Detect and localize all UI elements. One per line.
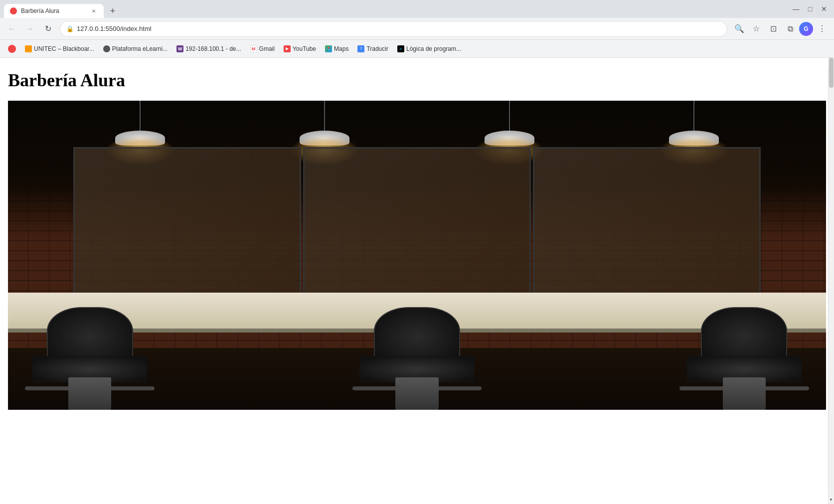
light-shade-1 (115, 131, 165, 146)
bookmark-item-maps[interactable]: 📍 Maps (321, 43, 352, 54)
forward-button[interactable]: → (22, 21, 38, 37)
maps-favicon: 📍 (325, 45, 332, 52)
bookmark-label-unitec: UNITEC – Blackboar... (34, 45, 94, 52)
barber-shop-image (8, 101, 826, 410)
pendant-light-4 (669, 101, 719, 146)
light-shade-3 (485, 131, 534, 146)
tab-close-button[interactable]: ✕ (90, 7, 98, 15)
192-favicon: W (176, 45, 183, 52)
scrollbar[interactable]: ▲ ▼ (828, 58, 834, 504)
youtube-bm-favicon: ▶ (284, 45, 291, 52)
close-button[interactable]: ✕ (818, 3, 830, 15)
gmail-favicon: M (250, 45, 257, 52)
alura-favicon: a (397, 45, 404, 52)
bookmark-item-192[interactable]: W 192-168.100.1 - de... (172, 43, 245, 54)
mirror-2 (303, 147, 531, 302)
light-cord-1 (140, 101, 141, 131)
address-bar[interactable]: 🔒 127.0.0.1:5500/index.html (60, 21, 727, 37)
bookmark-label-maps: Maps (334, 45, 348, 52)
bookmarks-bar: UNITEC – Blackboar... Plataforma eLearni… (0, 40, 834, 58)
navigation-bar: ← → ↻ 🔒 127.0.0.1:5500/index.html 🔍 ☆ ⊡ … (0, 18, 834, 40)
bookmark-item-youtube-icon[interactable] (4, 43, 20, 55)
scroll-down-button[interactable]: ▼ (828, 496, 834, 504)
light-shade-4 (669, 131, 719, 146)
search-icon-button[interactable]: 🔍 (731, 21, 747, 37)
back-button[interactable]: ← (4, 21, 20, 37)
chair-base-right (723, 377, 766, 410)
pendant-light-3 (485, 101, 534, 146)
window-controls: — □ ✕ (790, 3, 830, 15)
unitec-favicon (25, 45, 32, 52)
bookmark-item-translate[interactable]: T Traducir (353, 43, 392, 54)
bookmark-label-gmail: Gmail (259, 45, 275, 52)
bookmark-label-192: 192-168.100.1 - de... (185, 45, 241, 52)
page-content: Barbería Alura (0, 58, 834, 504)
mirror-3 (533, 147, 761, 302)
barber-chair-center (345, 302, 489, 410)
browser-window: Barbería Alura ✕ + — □ ✕ ← → ↻ 🔒 127.0.0… (0, 0, 834, 504)
page-inner: Barbería Alura (0, 58, 834, 504)
bookmark-label-elearning: Plataforma eLearni... (112, 45, 167, 52)
bookmark-star-button[interactable]: ☆ (748, 21, 764, 37)
page-title: Barbería Alura (8, 70, 826, 91)
title-bar: Barbería Alura ✕ + — □ ✕ (0, 0, 834, 18)
lock-icon: 🔒 (66, 25, 74, 32)
pendant-light-2 (300, 101, 349, 146)
barber-chair-right (672, 302, 816, 410)
bookmark-label-youtube: YouTube (293, 45, 316, 52)
light-shade-2 (300, 131, 349, 146)
translate-favicon: T (357, 45, 364, 52)
nav-right-icons: 🔍 ☆ ⊡ ⧉ G ⋮ (731, 21, 830, 37)
tab-title: Barbería Alura (21, 7, 86, 14)
chair-base-center (395, 377, 438, 410)
bookmark-item-elearning[interactable]: Plataforma eLearni... (99, 43, 171, 54)
mirror-1 (73, 147, 301, 302)
menu-button[interactable]: ⋮ (814, 21, 830, 37)
youtube-favicon-icon (8, 45, 16, 53)
pendant-light-1 (115, 101, 165, 146)
bookmark-label-alura: Lógica de program... (406, 45, 461, 52)
barber-chair-left (18, 302, 162, 410)
light-cord-2 (324, 101, 325, 131)
bookmark-item-youtube[interactable]: ▶ YouTube (280, 43, 320, 54)
minimize-button[interactable]: — (790, 3, 802, 15)
refresh-button[interactable]: ↻ (40, 21, 56, 37)
chair-base-left (68, 377, 111, 410)
tab-favicon (10, 7, 17, 14)
bookmark-label-translate: Traducir (366, 45, 388, 52)
light-cord-4 (693, 101, 694, 131)
lights-container (8, 101, 826, 146)
url-text: 127.0.0.1:5500/index.html (77, 25, 721, 32)
light-cord-3 (509, 101, 510, 131)
cast-button[interactable]: ⊡ (765, 21, 781, 37)
scrollbar-thumb[interactable] (829, 58, 834, 88)
chairs-container (8, 302, 826, 410)
bookmark-item-alura[interactable]: a Lógica de program... (393, 43, 465, 54)
bookmark-item-unitec[interactable]: UNITEC – Blackboar... (21, 43, 98, 54)
profile-icon[interactable]: G (799, 22, 813, 36)
active-tab[interactable]: Barbería Alura ✕ (4, 4, 104, 18)
mirror-section (73, 147, 760, 302)
split-screen-button[interactable]: ⧉ (782, 21, 798, 37)
elearning-favicon (103, 45, 110, 52)
new-tab-button[interactable]: + (106, 4, 120, 18)
tab-bar: Barbería Alura ✕ + (4, 0, 786, 18)
maximize-button[interactable]: □ (804, 3, 816, 15)
bookmark-item-gmail[interactable]: M Gmail (246, 43, 279, 54)
